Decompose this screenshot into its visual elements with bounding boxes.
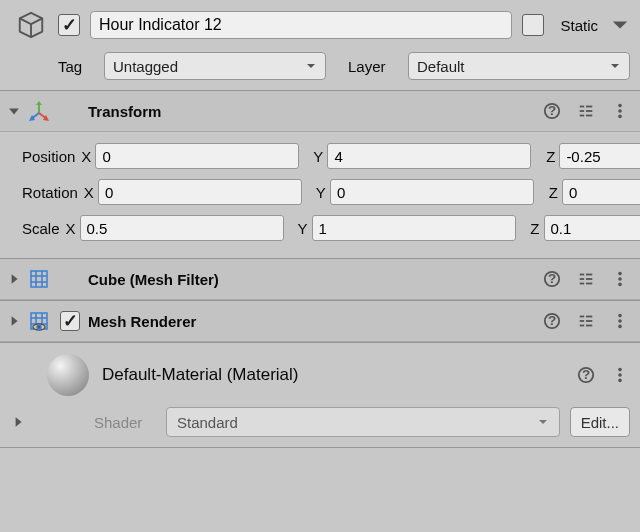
svg-point-27 [618, 272, 622, 276]
svg-point-28 [618, 277, 622, 281]
rotation-x-input[interactable] [98, 179, 302, 205]
layer-dropdown[interactable]: Default [408, 52, 630, 80]
axis-z-label: Z [539, 148, 555, 165]
transform-icon [28, 100, 50, 122]
svg-rect-24 [586, 274, 592, 276]
rotation-z-input[interactable] [562, 179, 640, 205]
tag-value: Untagged [113, 58, 178, 75]
svg-point-52 [618, 379, 622, 383]
transform-foldout-icon[interactable] [6, 103, 22, 119]
mesh-filter-foldout-icon[interactable] [6, 271, 22, 287]
mesh-filter-title: Cube (Mesh Filter) [88, 271, 542, 288]
tag-label: Tag [58, 58, 94, 75]
svg-rect-8 [586, 106, 592, 108]
object-name-input[interactable] [90, 11, 512, 39]
edit-button[interactable]: Edit... [570, 407, 630, 437]
material-name: Default-Material (Material) [102, 365, 566, 385]
kebab-menu-icon[interactable] [610, 365, 630, 385]
active-checkbox[interactable] [58, 14, 80, 36]
tag-dropdown[interactable]: Untagged [104, 52, 326, 80]
mesh-renderer-enabled-checkbox[interactable] [60, 311, 80, 331]
svg-point-12 [618, 109, 622, 113]
mesh-filter-header[interactable]: Cube (Mesh Filter) ? [0, 258, 640, 300]
scale-z-input[interactable] [544, 215, 640, 241]
preset-icon[interactable] [576, 311, 596, 331]
static-dropdown-caret[interactable] [610, 15, 630, 35]
preset-icon[interactable] [576, 101, 596, 121]
shader-label: Shader [94, 414, 156, 431]
svg-point-11 [618, 104, 622, 108]
mesh-renderer-header[interactable]: Mesh Renderer ? [0, 300, 640, 342]
svg-rect-26 [586, 283, 592, 285]
position-z-input[interactable] [559, 143, 640, 169]
kebab-menu-icon[interactable] [610, 269, 630, 289]
position-x-input[interactable] [95, 143, 299, 169]
svg-text:?: ? [548, 103, 556, 118]
scale-y-input[interactable] [312, 215, 516, 241]
axis-y-label: Y [307, 148, 323, 165]
svg-rect-39 [580, 316, 585, 318]
help-icon[interactable]: ? [542, 269, 562, 289]
svg-point-36 [37, 325, 41, 329]
inspector-panel: Static Tag Untagged Layer Default [0, 0, 640, 457]
svg-point-13 [618, 115, 622, 119]
position-row: Position X Y Z [12, 138, 628, 174]
svg-rect-44 [586, 325, 592, 327]
help-icon[interactable]: ? [542, 311, 562, 331]
preset-icon[interactable] [576, 269, 596, 289]
svg-rect-10 [586, 115, 592, 117]
svg-rect-22 [580, 278, 585, 280]
svg-rect-40 [580, 320, 585, 322]
material-block: Default-Material (Material) ? Shader Sta… [0, 342, 640, 447]
svg-rect-23 [580, 283, 585, 285]
svg-rect-21 [580, 274, 585, 276]
layer-label: Layer [348, 58, 398, 75]
svg-point-46 [618, 319, 622, 323]
svg-point-47 [618, 325, 622, 329]
rotation-y-input[interactable] [330, 179, 534, 205]
help-icon[interactable]: ? [542, 101, 562, 121]
divider [0, 447, 640, 457]
svg-rect-9 [586, 110, 592, 112]
svg-point-50 [618, 368, 622, 372]
svg-rect-6 [580, 110, 585, 112]
kebab-menu-icon[interactable] [610, 311, 630, 331]
scale-x-input[interactable] [80, 215, 284, 241]
svg-rect-41 [580, 325, 585, 327]
material-preview-thumb[interactable] [44, 351, 92, 399]
axis-x-label: X [75, 148, 91, 165]
svg-rect-25 [586, 278, 592, 280]
position-y-input[interactable] [327, 143, 531, 169]
svg-text:?: ? [548, 313, 556, 328]
layer-value: Default [417, 58, 465, 75]
transform-title: Transform [88, 103, 542, 120]
scale-row: Scale X Y Z [12, 210, 628, 246]
position-label: Position [12, 148, 75, 165]
rotation-label: Rotation [12, 184, 78, 201]
gameobject-icon[interactable] [14, 8, 48, 42]
svg-rect-7 [580, 115, 585, 117]
svg-point-51 [618, 373, 622, 377]
scale-label: Scale [12, 220, 60, 237]
mesh-filter-icon [28, 268, 50, 290]
svg-text:?: ? [548, 271, 556, 286]
svg-rect-14 [31, 271, 47, 287]
rotation-row: Rotation X Y Z [12, 174, 628, 210]
svg-rect-42 [586, 316, 592, 318]
mesh-renderer-icon [28, 310, 50, 332]
mesh-renderer-title: Mesh Renderer [88, 313, 542, 330]
help-icon[interactable]: ? [576, 365, 596, 385]
mesh-renderer-foldout-icon[interactable] [6, 313, 22, 329]
static-label: Static [554, 17, 600, 34]
gameobject-header: Static Tag Untagged Layer Default [0, 0, 640, 90]
shader-value: Standard [177, 414, 238, 431]
svg-point-45 [618, 314, 622, 318]
shader-dropdown[interactable]: Standard [166, 407, 560, 437]
svg-text:?: ? [582, 367, 590, 382]
transform-body: Position X Y Z Rotation X Y Z Scale X Y … [0, 132, 640, 258]
kebab-menu-icon[interactable] [610, 101, 630, 121]
material-foldout-icon[interactable] [10, 414, 26, 430]
transform-header[interactable]: Transform ? [0, 90, 640, 132]
svg-rect-43 [586, 320, 592, 322]
static-checkbox[interactable] [522, 14, 544, 36]
